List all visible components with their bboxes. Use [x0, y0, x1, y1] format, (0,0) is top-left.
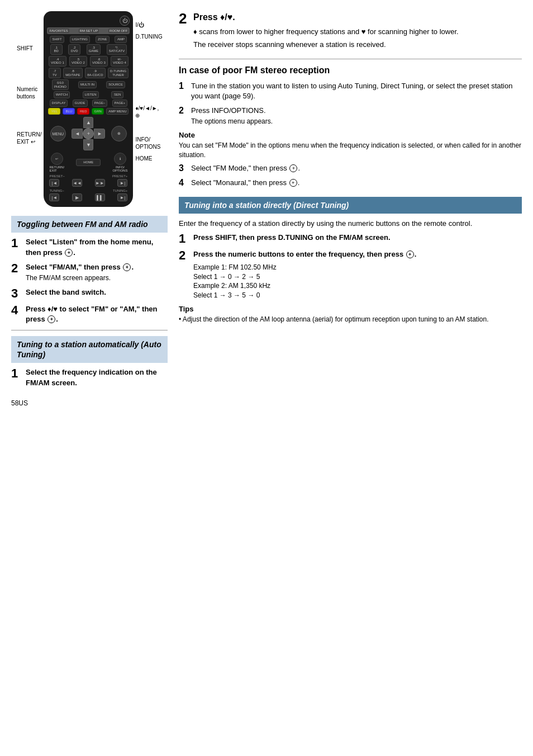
tuning-labels-row: TUNING− TUNING+ — [47, 188, 130, 193]
display-btn[interactable]: DISPLAY — [50, 100, 68, 107]
toggle-step-1-num: 1 — [11, 237, 21, 249]
amp-menu-round-btn[interactable]: ⊕ — [111, 126, 127, 141]
menu-nav-row: MENU ▲ ▼ ◄ ► + ⊕ — [47, 117, 130, 150]
fm-stereo-step-3: 3 Select "FM Mode," then press +. — [179, 163, 522, 173]
toggle-step-3-content: Select the band switch. — [26, 287, 168, 297]
return-exit-btn[interactable]: ↩ — [51, 153, 63, 165]
rm-setup-btn[interactable]: RM SET UP — [79, 29, 99, 33]
btn-1[interactable]: .1BD — [50, 44, 63, 55]
nav-cluster: ▲ ▼ ◄ ► + — [72, 117, 105, 150]
right-column: 2 Press ♦/♥. ♦ scans from lower to highe… — [179, 11, 522, 745]
circle-icon-dt2: + — [406, 251, 414, 258]
toggle-step-2-sub: The FM/AM screen appears. — [26, 273, 168, 283]
tuning-next-btn[interactable]: ►| — [117, 193, 127, 201]
power-button[interactable]: ⏻ — [120, 16, 130, 26]
preset-minus-label: PRESET− — [49, 174, 65, 178]
return-label: RETURN/EXIT — [49, 166, 64, 172]
pause-btn[interactable]: ▌▌ — [95, 193, 105, 201]
home-btn[interactable]: HOME — [76, 159, 101, 166]
display-guide-row: DISPLAY GUIDE PAGE− PAGE+ — [47, 100, 130, 107]
page-minus-btn[interactable]: PAGE− — [92, 100, 108, 107]
guide-btn[interactable]: GUIDE — [73, 100, 88, 107]
room-off-btn[interactable]: ROOM OFF — [108, 29, 129, 33]
nav-left-btn[interactable]: ◄ — [72, 129, 83, 139]
right-step-2-content: Press ♦/♥. ♦ scans from lower to higher … — [193, 11, 522, 50]
toggle-step-2-content: Select "FM/AM," then press +. The FM/AM … — [26, 262, 168, 283]
fm-stereo-step-3-num: 3 — [179, 163, 187, 173]
auto-tuning-section: Tuning to a station automatically (Auto … — [11, 336, 168, 363]
red-btn[interactable]: RED — [77, 108, 89, 115]
fm-stereo-step-1-num: 1 — [179, 81, 187, 91]
toggle-step-4: 4 Press ♦/♥ to select "FM" or "AM," then… — [11, 304, 168, 324]
toggle-step-3: 3 Select the band switch. — [11, 287, 168, 300]
preset-prev-btn[interactable]: |◄ — [49, 179, 59, 187]
listen-btn[interactable]: LISTEN — [83, 91, 99, 98]
amp-menu-btn[interactable]: AMP MENU — [106, 108, 129, 115]
btn-8[interactable]: .8MD/TAPE — [63, 68, 82, 78]
preset-plus-label: PRESET+ — [112, 174, 128, 178]
num-row3: .7TV .8MD/TAPE .98A-CD/CD D.TUNINGTUNER — [47, 68, 130, 78]
info-options-btn[interactable]: ℹ — [114, 153, 126, 165]
direct-tuning-step-1-content: Press SHIFT, then press D.TUNING on the … — [193, 233, 522, 243]
btn-0[interactable]: 0/10PHONO — [52, 79, 69, 90]
btn-2[interactable]: .2DVD — [68, 44, 80, 55]
page-plus-btn[interactable]: PAGE+ — [112, 100, 128, 107]
lighting-btn[interactable]: LIGHTING — [70, 36, 90, 43]
fm-stereo-step-2: 2 Press INFO/OPTIONS. The options menu a… — [179, 106, 522, 126]
circle-icon-fm3: + — [289, 164, 297, 172]
auto-tuning-step-1-content: Select the frequency indication on the F… — [26, 367, 168, 388]
numeric-buttons-label: Numericbuttons — [17, 86, 41, 100]
auto-tuning-title: Tuning to a station automatically (Auto … — [17, 339, 162, 360]
blue-btn[interactable]: BLU — [63, 108, 75, 115]
rewind-btn[interactable]: ◄◄ — [72, 179, 82, 187]
num-row4: 0/10PHONO MULTI IN SOURCE — [47, 79, 130, 90]
source-btn[interactable]: SOURCE — [106, 81, 125, 88]
tuning-prev-btn[interactable]: |◄ — [49, 193, 59, 201]
fm-stereo-step-2-sub: The options menu appears. — [191, 117, 522, 126]
dtuning-btn[interactable]: D.TUNINGTUNER — [108, 68, 129, 78]
nav-up-btn[interactable]: ▲ — [83, 117, 93, 128]
toggle-step-1-content: Select "Listen" from the home menu, then… — [26, 237, 168, 257]
watch-listen-row: WATCH LISTEN SEN — [47, 91, 130, 98]
shift-label: SHIFT — [17, 45, 41, 52]
toggle-step-4-num: 4 — [11, 304, 21, 316]
note-title: Note — [179, 131, 522, 139]
yellow-btn[interactable]: YEL — [48, 108, 60, 115]
favorites-btn[interactable]: FAVORITES — [48, 29, 69, 33]
btn-6[interactable]: .6VIDEO 3 — [90, 56, 108, 67]
shift-btn[interactable]: SHIFT — [50, 36, 64, 43]
nav-down-btn[interactable]: ▼ — [83, 139, 93, 150]
btn-9[interactable]: .98A-CD/CD — [85, 68, 105, 78]
zone-btn[interactable]: ZONE — [96, 36, 110, 43]
color-row: YEL BLU RED GRN AMP MENU — [47, 108, 130, 115]
btn-7[interactable]: .7TV — [49, 68, 61, 78]
sen-btn[interactable]: SEN — [111, 91, 123, 98]
home-right-label: HOME — [135, 155, 162, 162]
nav-right-btn[interactable]: ► — [94, 129, 105, 139]
direct-tuning-section: Enter the frequency of a station directl… — [179, 218, 522, 324]
menu-btn[interactable]: MENU — [50, 126, 66, 141]
play-btn[interactable]: ▶ — [72, 193, 82, 201]
toggle-step-4-content: Press ♦/♥ to select "FM" or "AM," then p… — [26, 304, 168, 324]
page: SHIFT Numericbuttons RETURN/EXIT ↩ ⏻ FAV… — [0, 0, 533, 756]
btn-5[interactable]: .5VIDEO 2 — [69, 56, 87, 67]
shift-row: SHIFT LIGHTING ZONE AMP — [47, 36, 130, 43]
top-buttons-row: FAVORITES RM SET UP ROOM OFF — [47, 27, 130, 34]
nav-center-btn[interactable]: + — [83, 128, 94, 139]
btn-star[interactable]: */.SAT/CATV — [107, 44, 127, 55]
btn-3[interactable]: .3GAME — [87, 44, 101, 55]
direct-tuning-step-2-sub: Example 1: FM 102.50 MHz Select 1 → 0 → … — [193, 263, 522, 300]
fm-stereo-section: In case of poor FM stereo reception 1 Tu… — [179, 65, 522, 188]
amp-btn[interactable]: AMP — [115, 36, 127, 43]
green-btn[interactable]: GRN — [92, 108, 104, 115]
btn-hash[interactable]: #/-VIDEO 4 — [111, 56, 129, 67]
watch-btn[interactable]: WATCH — [54, 91, 70, 98]
toggle-fm-am-section: Toggling between FM and AM radio — [11, 216, 168, 233]
divider-1 — [11, 330, 168, 330]
forward-btn[interactable]: ►► — [95, 179, 105, 187]
preset-next-btn[interactable]: ►| — [117, 179, 127, 187]
toggle-section-content: 1 Select "Listen" from the home menu, th… — [11, 237, 168, 324]
multi-in-btn[interactable]: MULTI IN — [78, 81, 97, 88]
right-step-2: 2 Press ♦/♥. ♦ scans from lower to highe… — [179, 11, 522, 50]
btn-4[interactable]: .4VIDEO 1 — [49, 56, 66, 67]
